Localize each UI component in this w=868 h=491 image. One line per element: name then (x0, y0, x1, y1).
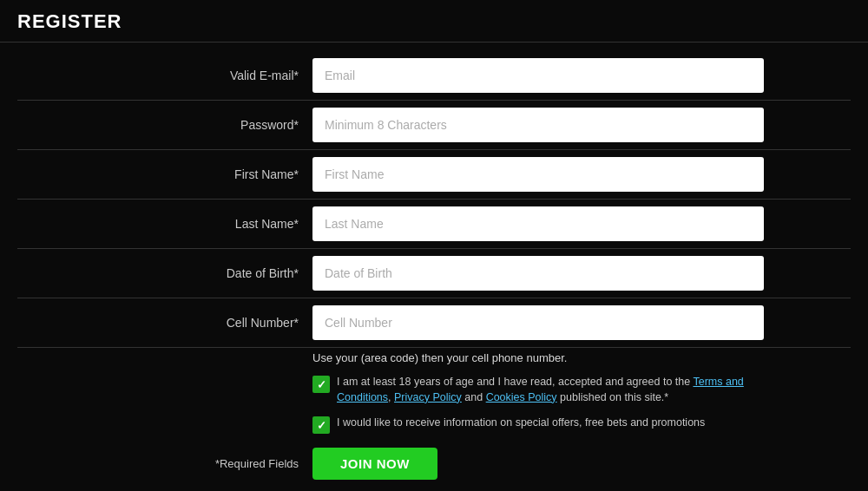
dob-label: Date of Birth* (17, 266, 312, 280)
page-title: REGISTER (17, 10, 851, 33)
lastname-label: Last Name* (17, 217, 312, 231)
cookies-link[interactable]: Cookies Policy (486, 391, 557, 403)
email-input[interactable] (312, 58, 764, 93)
checkbox1-label: I am at least 18 years of age and I have… (337, 375, 764, 405)
checkbox1-content: I am at least 18 years of age and I have… (312, 375, 764, 405)
checkbox1[interactable] (312, 376, 330, 393)
hint-spacer (17, 351, 312, 364)
cellnumber-label: Cell Number* (17, 316, 312, 330)
cell-hint-text: Use your (area code) then your cell phon… (312, 351, 567, 364)
firstname-row: First Name* (17, 150, 851, 200)
password-label: Password* (17, 118, 312, 132)
firstname-label: First Name* (17, 167, 312, 181)
required-label: *Required Fields (17, 457, 312, 470)
lastname-input[interactable] (312, 206, 764, 241)
form-area: Valid E-mail* Password* First Name* Last… (0, 43, 868, 491)
checkbox2-label: I would like to receive information on s… (337, 416, 705, 431)
cellnumber-row: Cell Number* (17, 298, 851, 348)
join-button[interactable]: JOIN NOW (312, 448, 437, 480)
lastname-row: Last Name* (17, 200, 851, 249)
email-row: Valid E-mail* (17, 51, 851, 101)
page-container: REGISTER Valid E-mail* Password* First N… (0, 0, 868, 491)
email-label: Valid E-mail* (17, 69, 312, 82)
required-row: *Required Fields JOIN NOW (17, 439, 851, 487)
checkbox2-row: I would like to receive information on s… (17, 410, 851, 439)
checkbox2-content: I would like to receive information on s… (312, 416, 705, 434)
cellnumber-input[interactable] (312, 305, 764, 340)
firstname-input[interactable] (312, 157, 764, 192)
checkbox1-row: I am at least 18 years of age and I have… (17, 370, 851, 410)
dob-input[interactable] (312, 256, 764, 291)
privacy-link[interactable]: Privacy Policy (394, 391, 462, 403)
password-input[interactable] (312, 108, 764, 142)
cell-hint-row: Use your (area code) then your cell phon… (17, 348, 851, 370)
checkbox2[interactable] (312, 416, 330, 434)
header: REGISTER (0, 0, 868, 43)
dob-row: Date of Birth* (17, 249, 851, 298)
password-row: Password* (17, 101, 851, 150)
